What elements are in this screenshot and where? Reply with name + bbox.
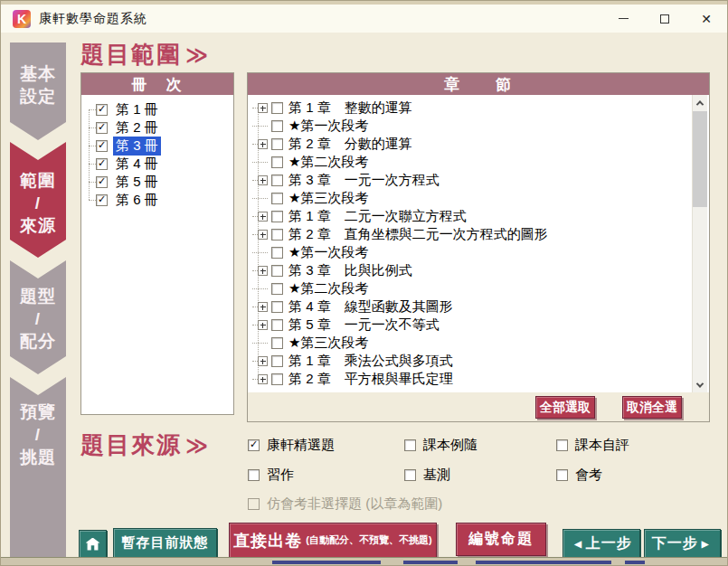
source-checkbox[interactable] [248, 469, 260, 481]
maximize-button[interactable] [644, 5, 685, 33]
scrollbar-thumb[interactable] [693, 111, 707, 207]
chapter-row[interactable]: 第 2 章 直角坐標與二元一次方程式的圖形 [248, 225, 709, 243]
exam-checkbox[interactable] [271, 156, 283, 168]
volume-row[interactable]: 第 4 冊 [81, 155, 233, 173]
exam-label[interactable]: ★第二次段考 [288, 280, 368, 297]
chapter-row[interactable]: 第 1 章 整數的運算 [248, 99, 709, 117]
chapter-row[interactable]: 第 3 章 一元一次方程式 [248, 171, 709, 189]
chapter-row[interactable]: 第 5 章 一元一次不等式 [248, 316, 709, 334]
source-option-label[interactable]: 課本例隨 [423, 437, 477, 454]
chapter-label[interactable]: 第 4 章 線型函數及其圖形 [288, 298, 453, 316]
expand-plus-icon[interactable] [258, 320, 268, 330]
volume-label[interactable]: 第 6 冊 [113, 191, 161, 210]
chapter-label[interactable]: 第 3 章 比與比例式 [288, 262, 412, 279]
expand-plus-icon[interactable] [258, 175, 268, 185]
source-option[interactable]: 課本自評 [556, 436, 692, 454]
expand-plus-icon[interactable] [258, 212, 268, 222]
select-all-button[interactable]: 全部選取 [535, 396, 595, 419]
exam-label[interactable]: ★第一次段考 [288, 244, 368, 261]
chapter-row[interactable]: ★第三次段考 [248, 189, 709, 207]
sidebar-item-basic-settings[interactable]: 基本 設定 [10, 42, 66, 140]
chapter-row[interactable]: ★第二次段考 [248, 279, 709, 297]
exam-checkbox[interactable] [271, 193, 283, 204]
save-state-button[interactable]: 暫存目前狀態 [113, 528, 217, 558]
volume-label[interactable]: 第 4 冊 [113, 155, 161, 174]
chapter-label[interactable]: 第 2 章 平方根與畢氏定理 [288, 371, 453, 388]
chapter-row[interactable]: 第 1 章 乘法公式與多項式 [248, 352, 709, 370]
chapter-row[interactable]: 第 3 章 比與比例式 [248, 261, 709, 279]
chapter-label[interactable]: 第 5 章 一元一次不等式 [288, 316, 440, 334]
source-option-label[interactable]: 會考 [575, 467, 602, 484]
volume-row[interactable]: 第 1 冊 [81, 100, 233, 118]
source-option[interactable]: 習作 [248, 466, 404, 484]
sidebar-item-type-points[interactable]: 題型 / 配分 [10, 260, 66, 374]
exam-label[interactable]: ★第二次段考 [288, 154, 368, 171]
chapter-checkbox[interactable] [271, 175, 283, 186]
volume-row[interactable]: 第 6 冊 [81, 191, 233, 209]
volume-label[interactable]: 第 3 冊 [113, 137, 161, 156]
chapter-row[interactable]: 第 2 章 平方根與畢氏定理 [248, 370, 709, 388]
volume-checkbox[interactable] [96, 122, 108, 134]
volume-row[interactable]: 第 3 冊 [81, 137, 233, 155]
source-checkbox[interactable] [556, 439, 568, 451]
chapter-checkbox[interactable] [271, 355, 283, 367]
exam-label[interactable]: ★第一次段考 [288, 118, 368, 135]
chapter-checkbox[interactable] [271, 138, 283, 150]
source-option[interactable]: 課本例隨 [404, 436, 556, 454]
minimize-button[interactable] [602, 5, 644, 33]
chapter-label[interactable]: 第 2 章 直角坐標與二元一次方程式的圖形 [288, 226, 548, 243]
exam-checkbox[interactable] [271, 247, 283, 259]
chapter-label[interactable]: 第 1 章 二元一次聯立方程式 [288, 208, 467, 225]
expand-plus-icon[interactable] [258, 103, 268, 113]
chapter-checkbox[interactable] [271, 102, 283, 114]
numbering-button[interactable]: 編號命題 [456, 523, 546, 556]
volume-checkbox[interactable] [96, 194, 108, 206]
source-checkbox[interactable] [404, 469, 416, 481]
chapter-row[interactable]: 第 1 章 二元一次聯立方程式 [248, 207, 709, 225]
chapter-row[interactable]: ★第二次段考 [248, 153, 709, 171]
chapter-checkbox[interactable] [271, 373, 283, 385]
expand-plus-icon[interactable] [258, 139, 268, 149]
expand-plus-icon[interactable] [258, 356, 268, 366]
exam-label[interactable]: ★第三次段考 [288, 335, 368, 352]
volume-checkbox[interactable] [96, 140, 108, 152]
direct-output-button[interactable]: 直接出卷 (自動配分、不預覽、不挑題) [229, 523, 437, 558]
source-option[interactable]: 會考 [556, 466, 692, 484]
source-option-label[interactable]: 課本自評 [575, 437, 629, 454]
source-checkbox[interactable] [556, 469, 568, 481]
chapter-checkbox[interactable] [271, 229, 283, 241]
chapter-label[interactable]: 第 2 章 分數的運算 [288, 136, 412, 153]
source-option[interactable]: 基測 [404, 466, 556, 484]
volume-row[interactable]: 第 2 冊 [81, 118, 233, 137]
expand-plus-icon[interactable] [258, 266, 268, 276]
chapter-row[interactable]: ★第三次段考 [248, 334, 709, 352]
volume-checkbox[interactable] [96, 158, 108, 170]
chapter-row[interactable]: 第 2 章 分數的運算 [248, 135, 709, 153]
source-option-label[interactable]: 基測 [423, 467, 450, 484]
chapter-row[interactable]: 第 4 章 線型函數及其圖形 [248, 297, 709, 316]
source-option[interactable]: 康軒精選題 [248, 436, 404, 454]
exam-checkbox[interactable] [271, 120, 283, 132]
next-step-button[interactable]: 下一步 ▶ [644, 529, 721, 558]
prev-step-button[interactable]: ◀ 上一步 [563, 529, 640, 558]
chapter-label[interactable]: 第 1 章 整數的運算 [288, 99, 412, 117]
deselect-all-button[interactable]: 取消全選 [622, 396, 682, 419]
volume-checkbox[interactable] [96, 176, 108, 188]
volume-row[interactable]: 第 5 冊 [81, 173, 233, 191]
exam-checkbox[interactable] [271, 337, 283, 349]
scroll-down-arrow-icon[interactable] [693, 377, 707, 392]
close-button[interactable]: ✕ [685, 5, 727, 33]
sidebar-item-preview-pick[interactable]: 預覽 / 挑題 [10, 377, 66, 559]
exam-label[interactable]: ★第三次段考 [288, 190, 368, 207]
chapter-checkbox[interactable] [271, 319, 283, 331]
chapter-label[interactable]: 第 3 章 一元一次方程式 [288, 172, 440, 189]
source-checkbox[interactable] [248, 439, 260, 451]
expand-plus-icon[interactable] [258, 302, 268, 312]
exam-checkbox[interactable] [271, 283, 283, 295]
source-checkbox[interactable] [404, 439, 416, 451]
scroll-up-arrow-icon[interactable] [693, 95, 707, 110]
chapter-checkbox[interactable] [271, 301, 283, 313]
chapter-checkbox[interactable] [271, 211, 283, 222]
scrollbar[interactable] [692, 95, 707, 392]
sidebar-item-range-source[interactable]: 範圍 / 來源 [10, 142, 66, 258]
